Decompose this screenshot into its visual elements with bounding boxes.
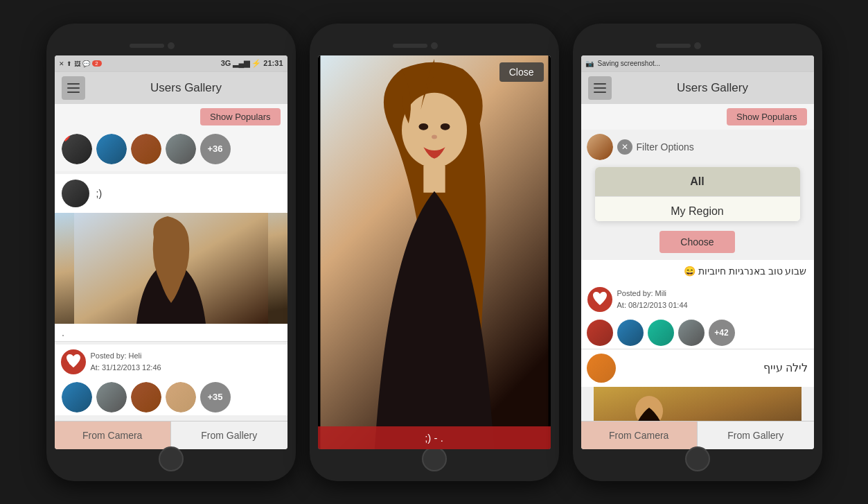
choose-button[interactable]: Choose [659, 231, 734, 253]
notif-bar-3: 📷 Saving screenshot... [581, 55, 814, 72]
filter-option-my-region[interactable]: My Region [595, 197, 800, 221]
post-caption-1: ;) [96, 188, 281, 199]
avatar-more-count-1[interactable]: +36 [200, 134, 231, 164]
avatar-row-1: ❤️ +36 [55, 130, 287, 171]
usb-icon: ⬆ [67, 60, 72, 67]
app-title-1: Users Gallery [92, 81, 281, 95]
svg-rect-10 [594, 387, 801, 421]
svg-rect-8 [423, 165, 445, 192]
avatar-4[interactable] [166, 134, 196, 164]
close-button[interactable]: Close [499, 62, 544, 82]
show-populars-bar-3: Show Populars [581, 104, 814, 130]
app-bar-1: Users Gallery [55, 72, 287, 104]
notif-text-3: Saving screenshot... [598, 60, 661, 67]
post-author-avatar-1[interactable] [62, 180, 89, 207]
avatar-5[interactable] [62, 382, 92, 412]
phone-screen-3: 📷 Saving screenshot... Users Gallery Sho… [581, 55, 814, 449]
hamburger-line [67, 87, 80, 89]
scroll-content-1: Show Populars ❤️ +36 [55, 104, 287, 421]
menu-icon-status: ✕ [59, 60, 64, 67]
from-camera-button-1[interactable]: From Camera [55, 422, 172, 449]
home-button-2[interactable] [422, 446, 447, 471]
phone-3: 📷 Saving screenshot... Users Gallery Sho… [573, 24, 822, 481]
post3-image[interactable] [581, 387, 814, 421]
image-icon: 🖼 [74, 60, 80, 67]
app-title-3: Users Gallery [619, 81, 807, 95]
speaker-1 [130, 44, 164, 48]
avatar-more-count-3[interactable]: +42 [709, 320, 735, 346]
post-header-1: ;) [55, 174, 287, 213]
from-gallery-button-1[interactable]: From Gallery [171, 422, 287, 449]
svg-point-7 [432, 134, 437, 139]
filter-avatar [587, 134, 613, 160]
home-button-3[interactable] [685, 446, 710, 471]
time-1: 21:31 [263, 59, 283, 67]
avatar-2[interactable] [96, 134, 127, 164]
post3-avatar[interactable] [587, 354, 616, 383]
home-button-1[interactable] [159, 446, 184, 471]
avatar-3c[interactable] [648, 320, 674, 346]
posted-by-1: Posted by: Heli At: 31/12/2013 12:46 [91, 350, 161, 373]
bottom-buttons-3: From Camera From Gallery [581, 421, 814, 449]
bottom-buttons-1: From Camera From Gallery [55, 421, 287, 449]
post-dot-1: . [55, 324, 287, 341]
phone-bottom-2 [318, 449, 551, 469]
filter-close-button[interactable]: ✕ [617, 139, 632, 155]
post-image-1[interactable] [55, 213, 287, 324]
hamburger-line-3c [594, 92, 606, 93]
avatar-3b[interactable] [617, 320, 644, 346]
phone-screen-2: Close ;) - . [318, 55, 551, 449]
avatar-7[interactable] [131, 382, 161, 412]
phone-bottom-3 [581, 449, 814, 469]
phone-bottom-1 [55, 449, 287, 469]
svg-point-5 [418, 123, 428, 130]
camera-3 [694, 42, 701, 49]
posted-by-3: Posted by: Mili At: 08/12/2013 01:44 [617, 288, 688, 311]
show-populars-button-3[interactable]: Show Populars [727, 108, 806, 125]
hamburger-button-1[interactable] [62, 76, 85, 100]
hamburger-button-3[interactable] [588, 76, 612, 100]
post3-header: לילה עייף [581, 349, 814, 387]
phone-top-3 [581, 36, 814, 55]
filter-options-panel: All My Region Populars [595, 167, 800, 221]
avatar-1[interactable]: ❤️ [62, 134, 92, 164]
avatar-3[interactable] [131, 134, 161, 164]
avatar-more-count-2[interactable]: +35 [200, 382, 231, 412]
filter-option-all[interactable]: All [595, 167, 800, 197]
likes-row-3: 46 Posted by: Mili At: 08/12/2013 01:44 [581, 282, 814, 317]
hamburger-line-3a [594, 83, 606, 85]
svg-point-6 [440, 123, 450, 130]
from-camera-button-3[interactable]: From Camera [581, 422, 698, 449]
phone-2: Close ;) - . [310, 24, 559, 481]
phone-top-2 [318, 36, 551, 55]
app-bar-3: Users Gallery [581, 72, 814, 104]
like-count-3: 46 [595, 295, 603, 304]
speaker-3 [656, 44, 691, 48]
hamburger-line [67, 92, 80, 93]
camera-2 [431, 42, 438, 49]
post3-caption: לילה עייף [620, 360, 808, 376]
avatar-row-3: +42 [581, 317, 814, 349]
from-gallery-button-3[interactable]: From Gallery [698, 422, 814, 449]
likes-row-1: 39 Posted by: Heli At: 31/12/2013 12:46 [55, 345, 287, 379]
post-card-1: ;) [55, 174, 287, 342]
posted-at-label-3: At: 08/12/2013 01:44 [617, 299, 688, 311]
show-populars-button-1[interactable]: Show Populars [200, 108, 280, 125]
avatar-6[interactable] [96, 382, 127, 412]
hamburger-line [67, 83, 80, 85]
post3-image-svg [581, 387, 814, 421]
posted-by-label-1: Posted by: Heli [91, 350, 161, 362]
heart-badge-3: 46 [587, 286, 613, 313]
avatar-3d[interactable] [678, 320, 705, 346]
signal-1: ▂▄▆ ⚡ [233, 59, 263, 67]
status-bar-1: ✕ ⬆ 🖼 💬 2 3G ▂▄▆ ⚡ 21:31 [55, 55, 287, 72]
caption-overlay: ;) - . [318, 426, 551, 449]
posted-by-label-3: Posted by: Mili [617, 288, 688, 299]
avatar-3a[interactable] [587, 320, 613, 346]
avatar-heart-icon: ❤️ [62, 134, 71, 142]
speaker-2 [393, 44, 427, 48]
fullscreen-image [318, 55, 551, 449]
avatar-8[interactable] [166, 382, 196, 412]
hebrew-post-text: שבוע טוב באנרגיות חיוביות 😄 [581, 260, 814, 282]
posted-at-label-1: At: 31/12/2013 12:46 [91, 362, 161, 374]
